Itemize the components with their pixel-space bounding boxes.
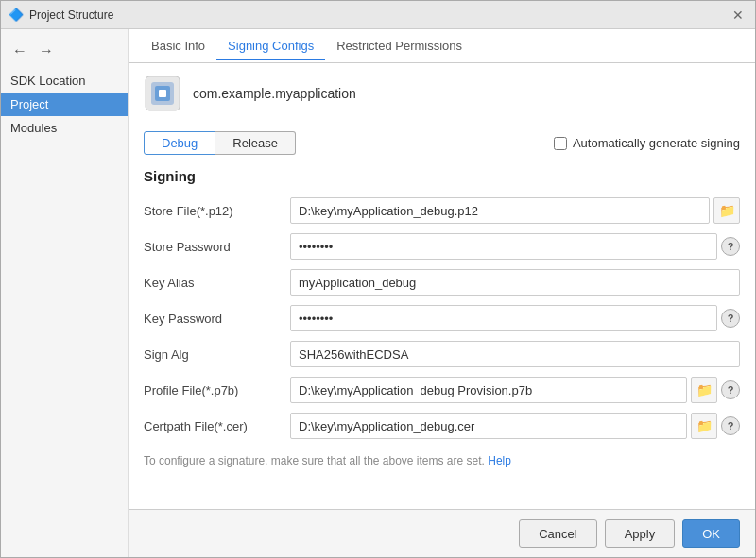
auto-sign-text: Automatically generate signing: [573, 136, 740, 150]
store-password-label: Store Password: [144, 240, 290, 254]
dialog-title: Project Structure: [29, 8, 729, 22]
profile-file-field: 📁 ?: [290, 377, 740, 403]
key-password-row: Key Password ?: [144, 305, 740, 331]
store-file-field: 📁: [290, 197, 740, 224]
apply-button[interactable]: Apply: [605, 519, 676, 548]
certpath-file-help-button[interactable]: ?: [721, 416, 740, 435]
right-panel: Basic Info Signing Configs Restricted Pe…: [129, 29, 755, 557]
dialog-icon: 🔷: [9, 8, 24, 23]
store-password-help-button[interactable]: ?: [721, 237, 740, 256]
signing-section-title: Signing: [144, 168, 740, 184]
main-content: ← → SDK Location Project Modules Basic I…: [1, 29, 755, 557]
certpath-file-label: Certpath File(*.cer): [144, 419, 290, 433]
certpath-file-field: 📁 ?: [290, 413, 740, 439]
footer-help-link[interactable]: Help: [488, 454, 511, 467]
tab-restricted-permissions[interactable]: Restricted Permissions: [325, 33, 473, 60]
certpath-file-row: Certpath File(*.cer) 📁 ?: [144, 413, 740, 439]
auto-sign-checkbox[interactable]: [554, 137, 567, 150]
store-password-row: Store Password ?: [144, 233, 740, 260]
mode-toggle: Debug Release Automatically generate sig…: [144, 131, 740, 155]
profile-file-row: Profile File(*.p7b) 📁 ?: [144, 377, 740, 403]
tab-basic-info[interactable]: Basic Info: [140, 33, 216, 60]
store-file-browse-button[interactable]: 📁: [713, 197, 740, 224]
tab-signing-configs[interactable]: Signing Configs: [216, 33, 325, 60]
footer-note-text: To configure a signature, make sure that…: [144, 454, 485, 467]
sign-alg-field: [290, 341, 740, 367]
store-file-input[interactable]: [290, 197, 710, 224]
store-file-row: Store File(*.p12) 📁: [144, 197, 740, 224]
key-alias-field: [290, 269, 740, 296]
sidebar: ← → SDK Location Project Modules: [1, 29, 129, 557]
auto-sign-label[interactable]: Automatically generate signing: [554, 136, 740, 150]
sign-alg-input[interactable]: [290, 341, 740, 367]
profile-file-label: Profile File(*.p7b): [144, 383, 290, 397]
sidebar-item-project[interactable]: Project: [1, 93, 128, 116]
tabs: Basic Info Signing Configs Restricted Pe…: [129, 29, 755, 63]
key-alias-row: Key Alias: [144, 269, 740, 296]
certpath-file-browse-button[interactable]: 📁: [691, 413, 717, 439]
sign-alg-label: Sign Alg: [144, 347, 290, 362]
project-structure-dialog: 🔷 Project Structure ✕ ← → SDK Location P…: [0, 0, 756, 558]
app-name: com.example.myapplication: [193, 86, 356, 101]
store-file-label: Store File(*.p12): [144, 204, 290, 218]
store-password-field: ?: [290, 233, 740, 260]
footer-note: To configure a signature, make sure that…: [144, 454, 740, 467]
key-alias-input[interactable]: [290, 269, 740, 296]
toggle-buttons: Debug Release: [144, 131, 296, 155]
certpath-file-input[interactable]: [290, 413, 687, 439]
panel-body: com.example.myapplication Debug Release …: [129, 63, 755, 509]
nav-forward-button[interactable]: →: [35, 41, 58, 61]
key-password-input[interactable]: [290, 305, 717, 331]
sign-alg-row: Sign Alg: [144, 341, 740, 367]
profile-file-help-button[interactable]: ?: [721, 380, 740, 399]
release-toggle-button[interactable]: Release: [215, 131, 296, 155]
profile-file-browse-button[interactable]: 📁: [691, 377, 717, 403]
cancel-button[interactable]: Cancel: [519, 519, 596, 548]
app-header: com.example.myapplication: [144, 75, 740, 120]
debug-toggle-button[interactable]: Debug: [144, 131, 215, 155]
ok-button[interactable]: OK: [682, 519, 740, 548]
store-password-input[interactable]: [290, 233, 717, 260]
nav-buttons: ← →: [1, 37, 128, 69]
key-password-help-button[interactable]: ?: [721, 309, 740, 328]
close-button[interactable]: ✕: [729, 6, 747, 25]
nav-back-button[interactable]: ←: [9, 41, 31, 61]
sidebar-item-sdk-location[interactable]: SDK Location: [1, 69, 128, 93]
bottom-bar: Cancel Apply OK: [129, 509, 755, 557]
key-password-field: ?: [290, 305, 740, 331]
profile-file-input[interactable]: [290, 377, 687, 403]
sidebar-item-modules[interactable]: Modules: [1, 116, 128, 140]
title-bar: 🔷 Project Structure ✕: [1, 1, 755, 29]
app-icon: [144, 75, 181, 112]
key-alias-label: Key Alias: [144, 276, 290, 290]
key-password-label: Key Password: [144, 312, 290, 326]
svg-rect-3: [159, 90, 166, 97]
